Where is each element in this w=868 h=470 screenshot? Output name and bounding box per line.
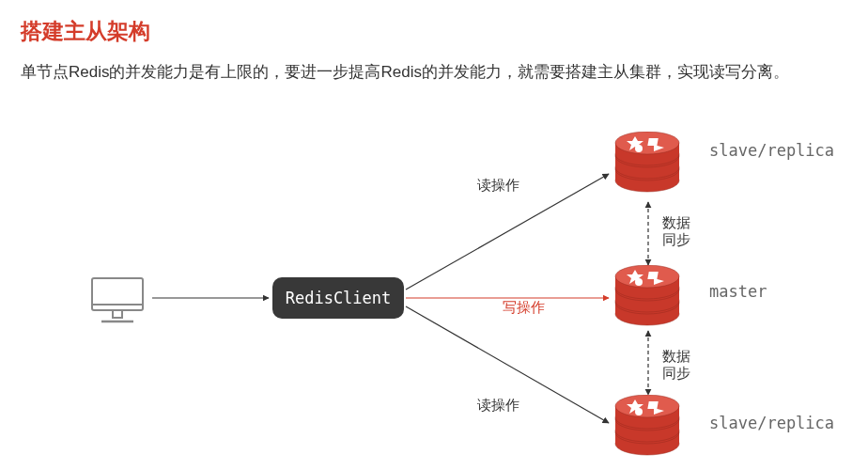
redis-client-label: RedisClient xyxy=(286,289,392,307)
redis-node-slave2 xyxy=(612,395,682,461)
client-computer-icon xyxy=(85,273,150,329)
architecture-diagram: RedisClient slave/replica xyxy=(0,113,868,470)
page-title: 搭建主从架构 xyxy=(21,17,150,46)
svg-point-47 xyxy=(635,408,643,415)
redis-client-box: RedisClient xyxy=(272,277,404,319)
svg-rect-46 xyxy=(647,401,658,409)
svg-rect-8 xyxy=(113,310,122,318)
sync-label-bottom: 数据同步 xyxy=(658,348,695,382)
svg-point-44 xyxy=(615,395,679,417)
svg-point-21 xyxy=(635,145,643,152)
master-label: master xyxy=(709,282,767,301)
edge-label-read-bottom: 读操作 xyxy=(477,397,519,415)
svg-point-18 xyxy=(615,132,679,154)
svg-point-34 xyxy=(635,278,643,286)
slave2-label: slave/replica xyxy=(709,414,834,432)
svg-rect-20 xyxy=(647,138,658,146)
redis-node-master xyxy=(612,265,682,331)
redis-node-slave1 xyxy=(612,132,682,197)
edge-label-write: 写操作 xyxy=(503,299,545,317)
slave1-label: slave/replica xyxy=(709,141,834,160)
page-description: 单节点Redis的并发能力是有上限的，要进一步提高Redis的并发能力，就需要搭… xyxy=(21,60,847,85)
svg-point-31 xyxy=(615,265,679,288)
svg-rect-33 xyxy=(647,272,658,279)
sync-label-top: 数据同步 xyxy=(658,214,695,248)
edge-label-read-top: 读操作 xyxy=(477,177,519,195)
